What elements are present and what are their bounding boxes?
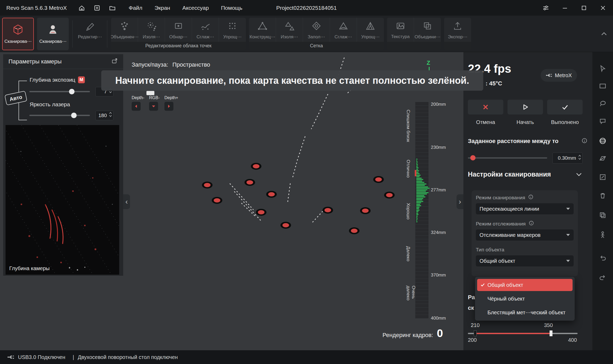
rgb-button[interactable] (149, 102, 158, 111)
point-cloud-group: Объединен⋯ Изоля⋯ Обнар⋯ Сглаж⋯ Упрощ⋯ (111, 18, 246, 50)
auto-exposure-toggle[interactable]: Авто (4, 91, 27, 105)
exposure-slider-track[interactable] (29, 91, 90, 92)
laser-slider-knob[interactable] (71, 113, 77, 118)
plane-view-icon[interactable] (599, 154, 607, 162)
range-low-value: 210 (471, 322, 480, 328)
home-icon[interactable] (78, 4, 85, 12)
detach-panel-icon[interactable] (111, 58, 118, 66)
menu-option-black-object[interactable]: Чёрный объект (477, 293, 573, 305)
toolbar-button-edit[interactable]: Редактир⋯ (76, 18, 103, 50)
start-button[interactable] (508, 100, 543, 114)
trash-icon[interactable] (599, 192, 607, 200)
manual-mode-badge[interactable]: M (78, 76, 85, 83)
scan-action-buttons (468, 100, 583, 114)
toolbar-button-smooth-points[interactable]: Сглаж⋯ (192, 18, 219, 42)
range-low-handle[interactable] (474, 330, 477, 336)
info-icon[interactable] (528, 195, 533, 201)
rect-select-icon[interactable] (599, 82, 607, 90)
viewport-3d[interactable]: Запуск/пауза: Пространство Depth- RGB- D… (123, 52, 463, 350)
laser-value-box[interactable]: 180 (95, 111, 113, 120)
pose-figure-icon[interactable] (599, 231, 607, 239)
toolbar-button-mesh-simplify[interactable]: Упрощ⋯ (357, 18, 384, 42)
exposure-slider-knob[interactable] (69, 89, 75, 94)
toolbar-button-mesh-isolate[interactable]: Изоля⋯ (276, 18, 303, 42)
scan-mode-label-row: Режим сканирования (476, 195, 574, 201)
info-icon[interactable] (529, 221, 534, 227)
toolbar-button-detect-plane[interactable]: Обнар⋯ (165, 18, 192, 42)
done-button[interactable] (547, 100, 583, 114)
rgb-preview-chip (146, 91, 154, 95)
menu-accessory[interactable]: Аксессуар (182, 5, 209, 11)
chevron-down-icon[interactable] (576, 172, 582, 178)
point-distance-slider-track[interactable] (468, 157, 547, 159)
preferences-sliders-icon[interactable] (542, 4, 550, 12)
laser-slider-track[interactable] (29, 115, 90, 116)
toolbar-button-export[interactable]: Экспор⋯ (444, 18, 471, 42)
toolbar-button-simplify-points[interactable]: Упрощ⋯ (219, 18, 246, 42)
scan-tab-bust[interactable]: Сканирова⋯ (37, 18, 69, 50)
tracking-mode-select[interactable]: Отслеживание маркеров (476, 229, 574, 241)
check-icon (561, 104, 569, 110)
menu-file[interactable]: Файл (129, 5, 142, 11)
toolbar-button-merge-mesh[interactable]: Объедини⋯ (414, 18, 441, 42)
merge-mesh-icon (422, 21, 432, 32)
cancel-label: Отмена (468, 119, 503, 125)
arrow-left-icon (134, 104, 138, 108)
open-folder-icon[interactable] (109, 4, 116, 12)
close-icon[interactable] (599, 4, 607, 12)
lasso-select-icon[interactable] (599, 100, 607, 108)
collapse-right-panel-button[interactable]: › (457, 194, 463, 209)
spin-down-icon (109, 115, 112, 117)
new-project-icon[interactable] (93, 4, 101, 12)
redo-icon[interactable] (599, 274, 607, 282)
menu-option-shiny-metal-object[interactable]: Блестящий мет⋯ческий объект (477, 306, 573, 319)
toolbar-button-mesh-construct[interactable]: Конструкц⋯ (249, 18, 276, 42)
main-toolbar: Сканирова⋯ Сканирова⋯ Редактир⋯ Объедине… (0, 16, 613, 52)
clipped-working-range-text: Ра (468, 294, 475, 301)
toolbar-button-fill-holes[interactable]: Запол⋯ (303, 18, 330, 42)
depth-minus-button[interactable] (132, 102, 141, 111)
collapse-left-panel-button[interactable]: ‹ (123, 194, 130, 209)
scan-tab-active[interactable]: Сканирова⋯ (2, 18, 34, 50)
titlebar-quick-actions (78, 4, 116, 12)
toolbar-button-mesh-smooth[interactable]: Сглаж⋯ (330, 18, 357, 42)
isolate-points-icon (146, 21, 156, 32)
exposure-slider[interactable] (29, 88, 90, 95)
point-distance-spinner[interactable] (578, 155, 581, 160)
toolbar-button-isolate-points[interactable]: Изоля⋯ (138, 18, 165, 42)
project-title: Project02262025184051 (276, 5, 337, 11)
viewport-tools-rail (592, 52, 613, 350)
menu-screen[interactable]: Экран (154, 5, 170, 11)
cancel-button[interactable] (468, 100, 503, 114)
copy-icon[interactable] (599, 211, 607, 219)
export-group: Экспор⋯ (444, 18, 471, 50)
toolbar-button-texture[interactable]: Текстура (387, 18, 414, 42)
edit-region-icon[interactable] (599, 173, 607, 181)
menu-help[interactable]: Помощь (221, 5, 242, 11)
laser-slider[interactable] (29, 112, 90, 119)
range-high-handle[interactable] (550, 330, 552, 336)
toolbar-button-merge-points[interactable]: Объединен⋯ (111, 18, 138, 42)
maximize-icon[interactable] (580, 4, 588, 12)
scan-tab-label: Сканирова⋯ (39, 39, 67, 44)
undo-icon[interactable] (599, 254, 607, 262)
minimize-icon[interactable] (561, 4, 569, 12)
metrox-device-button[interactable]: MetroX (541, 69, 577, 82)
depth-plus-button[interactable] (164, 102, 173, 111)
select-cursor-icon[interactable] (599, 64, 607, 72)
info-icon[interactable] (582, 138, 587, 144)
toolbar-collapse-button[interactable] (599, 29, 609, 39)
export-icon (453, 21, 463, 32)
object-type-select[interactable]: Общий объект (476, 255, 574, 266)
point-distance-slider-knob[interactable] (470, 155, 476, 160)
laser-spinner[interactable] (109, 112, 112, 117)
tracking-mode-label-row: Режим отслеживания (476, 221, 574, 227)
usb-status-text: USB3.0 Подключен (18, 354, 65, 360)
clipped-working-range-text: ск (468, 305, 474, 311)
menu-option-general-object[interactable]: Общий объект (477, 279, 573, 291)
globe-icon[interactable] (599, 137, 607, 145)
comment-icon[interactable] (599, 117, 607, 125)
point-distance-value-box[interactable]: 0.30mm (552, 153, 583, 164)
working-range-slider[interactable] (468, 330, 578, 337)
scan-mode-select[interactable]: Пересекающиеся линии (476, 203, 574, 214)
